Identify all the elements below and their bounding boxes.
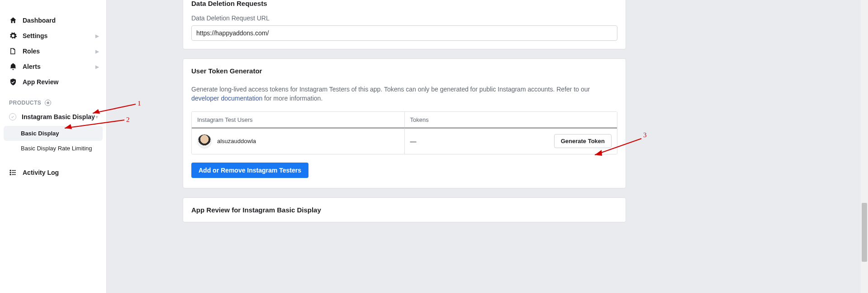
developer-doc-link[interactable]: developer documentation: [191, 95, 262, 102]
add-remove-testers-button[interactable]: Add or Remove Instagram Testers: [191, 163, 308, 178]
sidebar-item-roles[interactable]: Roles ▶: [0, 43, 106, 59]
card-app-review: App Review for Instagram Basic Display: [183, 197, 626, 222]
product-sub-list: Basic Display Basic Display Rate Limitin…: [0, 124, 106, 158]
token-gen-description: Generate long-lived access tokens for In…: [183, 75, 626, 103]
sidebar-product-instagram[interactable]: Instagram Basic Display ▼: [0, 110, 106, 124]
sidebar-products-heading: PRODUCTS: [0, 90, 106, 110]
bell-icon: [9, 62, 17, 71]
gear-icon: [9, 32, 17, 40]
subitem-basic-display[interactable]: Basic Display: [4, 126, 103, 141]
chevron-right-icon: ▶: [95, 49, 99, 54]
cell-user: alsuzauddowla: [192, 128, 404, 154]
subitem-label: Basic Display: [21, 130, 59, 137]
sidebar-item-activity-log[interactable]: Activity Log: [0, 165, 106, 180]
col-users: Instagram Test Users: [192, 112, 404, 128]
token-value: —: [410, 138, 417, 145]
avatar: [197, 134, 212, 149]
col-tokens: Tokens: [404, 112, 617, 128]
subitem-label: Basic Display Rate Limiting: [21, 145, 92, 152]
card-title: Data Deletion Requests: [183, 0, 626, 14]
table-header: Instagram Test Users Tokens: [192, 112, 617, 128]
data-deletion-url-input[interactable]: [191, 25, 617, 41]
scrollbar-thumb[interactable]: [862, 203, 867, 262]
scrollbar[interactable]: [861, 0, 868, 293]
sidebar-item-label: Alerts: [23, 63, 41, 70]
list-icon: [9, 168, 17, 177]
subitem-rate-limiting[interactable]: Basic Display Rate Limiting: [0, 141, 106, 156]
chevron-right-icon: ▶: [95, 64, 99, 69]
shield-icon: [9, 78, 17, 86]
sidebar-item-label: Dashboard: [23, 17, 56, 24]
products-heading-text: PRODUCTS: [9, 100, 41, 106]
desc-post: for more information.: [262, 95, 323, 102]
desc-pre: Generate long-lived access tokens for In…: [191, 86, 590, 93]
tester-username: alsuzauddowla: [217, 138, 256, 144]
check-circle-icon: [9, 113, 16, 120]
field-label: Data Deletion Request URL: [191, 14, 617, 25]
sidebar-item-settings[interactable]: Settings ▶: [0, 28, 106, 43]
sidebar-item-label: Roles: [23, 48, 40, 55]
sidebar-item-label: Settings: [23, 32, 47, 39]
sidebar-item-dashboard[interactable]: Dashboard: [0, 13, 106, 28]
svg-point-4: [10, 172, 11, 173]
main-content: Data Deletion Requests Data Deletion Req…: [107, 0, 868, 293]
table-row: alsuzauddowla — Generate Token: [192, 128, 617, 154]
sidebar-item-app-review[interactable]: App Review: [0, 74, 106, 90]
sidebar-item-alerts[interactable]: Alerts ▶: [0, 59, 106, 74]
card-token-generator: User Token Generator Generate long-lived…: [183, 58, 626, 188]
section-heading: App Review for Instagram Basic Display: [183, 198, 626, 222]
chevron-right-icon: ▶: [95, 34, 99, 38]
cell-token: — Generate Token: [404, 128, 617, 154]
section-heading: User Token Generator: [183, 59, 626, 75]
sidebar-item-label: App Review: [23, 78, 58, 86]
sidebar-item-label: Activity Log: [23, 169, 59, 176]
product-label: Instagram Basic Display: [22, 113, 95, 120]
home-icon: [9, 16, 17, 24]
add-product-icon[interactable]: [45, 100, 51, 106]
generate-token-button[interactable]: Generate Token: [554, 134, 612, 148]
roles-icon: [9, 47, 17, 55]
sidebar: Dashboard Settings ▶ Roles ▶ Alerts ▶ Ap…: [0, 0, 107, 293]
testers-table: Instagram Test Users Tokens alsuzauddowl…: [191, 111, 617, 154]
card-data-deletion: Data Deletion Requests Data Deletion Req…: [183, 0, 626, 49]
caret-down-icon: ▼: [95, 115, 99, 120]
svg-point-5: [10, 174, 11, 175]
svg-point-3: [10, 170, 11, 171]
